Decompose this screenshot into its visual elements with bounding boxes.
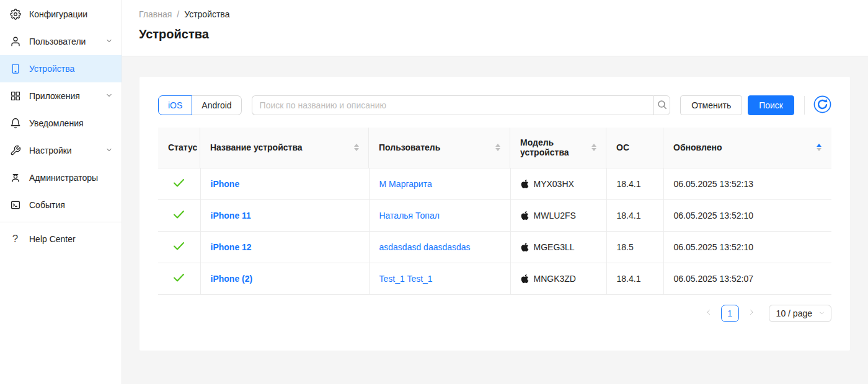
terminal-icon [9,199,21,211]
sidebar-item-configurations[interactable]: Конфигурации [0,1,122,28]
refresh-button[interactable] [813,96,831,115]
column-header-device-name[interactable]: Название устройства [200,128,369,168]
page-title: Устройства [139,27,853,41]
search-button[interactable]: Поиск [748,95,794,115]
device-updated: 06.05.2025 13:52:10 [674,242,753,252]
sort-carets-icon [591,144,596,151]
sidebar-item-label: Пользователи [29,37,97,46]
chevron-down-icon [105,146,113,155]
sidebar-divider [0,222,122,222]
sidebar-item-settings[interactable]: Настройки [0,137,122,164]
smartphone-icon [9,63,21,75]
search-icon [657,100,667,111]
toolbar-divider [804,96,805,115]
devices-table: Статус Название устройства Пользователь [158,128,831,295]
sidebar-item-events[interactable]: События [0,191,122,219]
apps-grid-icon [9,90,21,102]
pagination-page-1[interactable]: 1 [721,305,739,322]
device-os: 18.5 [617,242,634,252]
sidebar-item-label: Конфигурации [29,9,113,19]
tab-ios[interactable]: iOS [158,95,192,115]
column-header-os: ОС [606,128,663,168]
sort-carets-icon [495,144,500,151]
device-user-link[interactable]: Test_1 Test_1 [379,274,433,284]
status-ok-icon [173,211,185,221]
page-size-select[interactable]: 10 / page [769,305,831,322]
device-name-link[interactable]: iPhone 11 [211,211,251,220]
sidebar-item-label: Настройки [29,146,97,155]
bell-icon [9,118,21,129]
content-area: iOS Android Отменить Поиск [122,56,868,384]
device-name-link[interactable]: iPhone 12 [211,242,252,252]
sort-carets-icon [817,144,822,151]
sort-carets-icon [354,144,359,151]
table-header-row: Статус Название устройства Пользователь [158,128,831,168]
breadcrumb: Главная / Устройства [139,9,853,19]
breadcrumb-current: Устройства [184,9,229,19]
sidebar-item-label: Администраторы [29,173,113,183]
sidebar-item-devices[interactable]: Устройства [0,55,122,82]
column-header-user[interactable]: Пользователь [369,128,510,168]
device-user-link[interactable]: Наталья Топал [379,211,440,220]
breadcrumb-separator: / [177,9,179,19]
chevron-right-icon [748,308,755,318]
device-os: 18.4.1 [617,179,641,189]
apple-logo-icon [521,179,529,189]
breadcrumb-home-link[interactable]: Главная [139,9,172,19]
sidebar-item-applications[interactable]: Приложения [0,82,122,110]
table-row: iPhone 11 Наталья Топал MWLU2FS 18.4.1 0… [158,199,831,231]
main-area: Главная / Устройства Устройства iOS Andr… [122,0,868,384]
column-header-model[interactable]: Модель устройства [510,128,606,168]
question-icon: ? [9,233,21,245]
sidebar-item-administrators[interactable]: Администраторы [0,164,122,191]
table-row: iPhone М Маргарита MYX03HX 18.4.1 06.05.… [158,168,831,199]
gear-icon [9,9,21,20]
toolbar: iOS Android Отменить Поиск [158,95,831,115]
sidebar-item-label: Уведомления [29,118,113,128]
sidebar-item-label: Устройства [29,64,113,74]
apple-logo-icon [521,274,529,284]
device-model: MNGK3ZD [534,274,576,284]
sidebar-item-notifications[interactable]: Уведомления [0,110,122,137]
sidebar-item-label: События [29,200,113,210]
app-window: Конфигурации Пользователи Устройства При… [0,0,868,384]
sidebar: Конфигурации Пользователи Устройства При… [0,0,122,384]
user-icon [9,36,21,48]
sidebar-item-users[interactable]: Пользователи [0,28,122,55]
apple-logo-icon [521,242,529,252]
device-updated: 06.05.2025 13:52:13 [674,179,753,189]
wrench-icon [9,145,21,157]
tab-android[interactable]: Android [192,95,241,115]
chevron-left-icon [705,308,712,318]
cancel-button[interactable]: Отменить [680,95,742,115]
status-ok-icon [173,180,185,190]
device-updated: 06.05.2025 13:52:10 [674,211,753,220]
device-model: MWLU2FS [534,211,576,220]
device-user-link[interactable]: asdasdasd daasdasdas [379,242,471,252]
apple-logo-icon [521,211,529,220]
search-suffix-button[interactable] [653,95,670,115]
platform-tab-group: iOS Android [158,95,242,115]
search-input[interactable] [252,95,654,115]
page-header: Главная / Устройства Устройства [122,0,868,56]
device-os: 18.4.1 [617,211,641,220]
pagination: 1 10 / page [158,305,831,322]
device-name-link[interactable]: iPhone [211,179,240,189]
pagination-prev-button[interactable] [701,305,716,322]
status-ok-icon [173,274,185,284]
sidebar-item-help-center[interactable]: ? Help Center [0,225,122,253]
device-name-link[interactable]: iPhone (2) [211,274,253,284]
pagination-next-button[interactable] [744,305,759,322]
chevron-down-icon [105,91,113,101]
chevron-down-icon [818,308,825,318]
search-group [252,95,671,115]
sidebar-item-label: Приложения [29,91,97,101]
device-user-link[interactable]: М Маргарита [379,179,432,189]
admin-user-icon [9,172,21,184]
column-header-status: Статус [158,128,200,168]
table-row: iPhone (2) Test_1 Test_1 MNGK3ZD 18.4.1 … [158,263,831,294]
column-header-updated[interactable]: Обновлено [663,128,831,168]
refresh-icon [813,95,831,115]
status-ok-icon [173,243,185,253]
device-os: 18.4.1 [617,274,641,284]
